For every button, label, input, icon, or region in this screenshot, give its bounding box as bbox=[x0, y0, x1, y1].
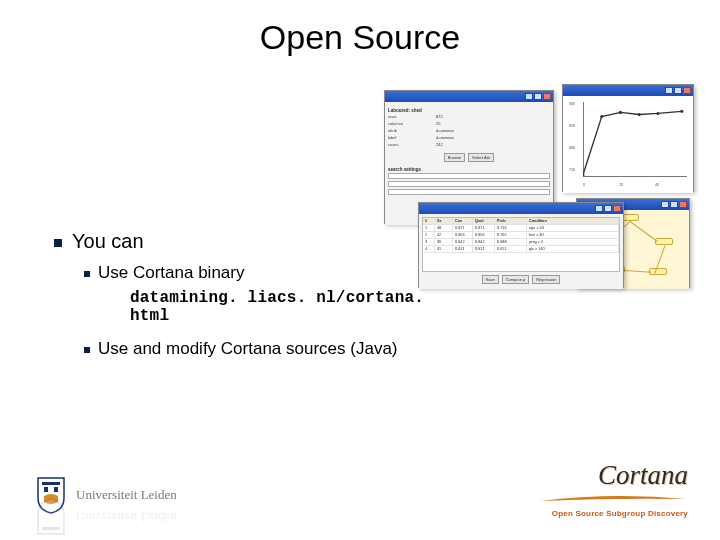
svg-rect-7 bbox=[44, 487, 48, 492]
screenshot-chart-window: 900 850 800 750 0 20 40 bbox=[562, 84, 694, 192]
bullet-text: You can bbox=[72, 230, 144, 253]
chart-line bbox=[583, 102, 687, 185]
slide: Open Source Laboured: shed rows872 colum… bbox=[0, 0, 720, 540]
svg-point-4 bbox=[656, 112, 659, 115]
titlebar bbox=[385, 91, 553, 102]
svg-point-3 bbox=[638, 113, 641, 116]
svg-point-2 bbox=[619, 111, 622, 114]
field bbox=[388, 181, 550, 187]
select-button: Select Attr bbox=[468, 153, 494, 162]
section-label: Laboured: shed bbox=[388, 108, 550, 113]
svg-point-1 bbox=[600, 115, 603, 118]
svg-point-5 bbox=[680, 110, 683, 113]
field bbox=[388, 189, 550, 195]
graph-node bbox=[649, 268, 667, 275]
close-icon bbox=[683, 87, 691, 94]
code-url: datamining. liacs. nl/cortana. html bbox=[130, 289, 454, 325]
bullet-text: Use Cortana binary bbox=[98, 263, 244, 283]
regression-button: Regression bbox=[532, 275, 560, 284]
maximize-icon bbox=[534, 93, 542, 100]
bullet-level-2: Use and modify Cortana sources (Java) bbox=[84, 339, 454, 359]
browse-button: Browse bbox=[444, 153, 465, 162]
compute-button: Compute p bbox=[502, 275, 530, 284]
cortana-logo: Cortana Open Source Subgroup Discovery bbox=[538, 462, 688, 518]
bullet-level-2: Use Cortana binary bbox=[84, 263, 454, 283]
bullet-icon bbox=[84, 347, 90, 353]
maximize-icon bbox=[674, 87, 682, 94]
bullet-text: Use and modify Cortana sources (Java) bbox=[98, 339, 398, 359]
line-chart: 900 850 800 750 0 20 40 bbox=[569, 102, 687, 187]
slide-title: Open Source bbox=[0, 18, 720, 57]
minimize-icon bbox=[595, 205, 603, 212]
swoosh-icon bbox=[538, 495, 688, 503]
svg-point-0 bbox=[583, 173, 585, 176]
titlebar bbox=[419, 203, 623, 214]
minimize-icon bbox=[665, 87, 673, 94]
minimize-icon bbox=[661, 201, 669, 208]
graph-node bbox=[655, 238, 673, 245]
svg-rect-6 bbox=[42, 482, 60, 485]
footer: Universiteit Leiden Universiteit Leiden … bbox=[0, 460, 720, 540]
svg-rect-8 bbox=[54, 487, 58, 492]
bullet-level-1: You can Use Cortana binary datamining. l… bbox=[54, 230, 454, 359]
cortana-tagline: Open Source Subgroup Discovery bbox=[538, 509, 688, 518]
close-icon bbox=[613, 205, 621, 212]
bullet-icon bbox=[84, 271, 90, 277]
field bbox=[388, 173, 550, 179]
section-label: search settings bbox=[388, 167, 550, 172]
titlebar bbox=[563, 85, 693, 96]
bullet-icon bbox=[54, 239, 62, 247]
save-button: Save bbox=[482, 275, 499, 284]
slide-body: You can Use Cortana binary datamining. l… bbox=[54, 230, 454, 373]
maximize-icon bbox=[604, 205, 612, 212]
close-icon bbox=[679, 201, 687, 208]
minimize-icon bbox=[525, 93, 533, 100]
cortana-wordmark: Cortana bbox=[538, 462, 688, 489]
close-icon bbox=[543, 93, 551, 100]
form-rows: rows872 columns25 attribd-unmeas labeld-… bbox=[388, 114, 550, 147]
svg-rect-9 bbox=[42, 527, 60, 530]
maximize-icon bbox=[670, 201, 678, 208]
